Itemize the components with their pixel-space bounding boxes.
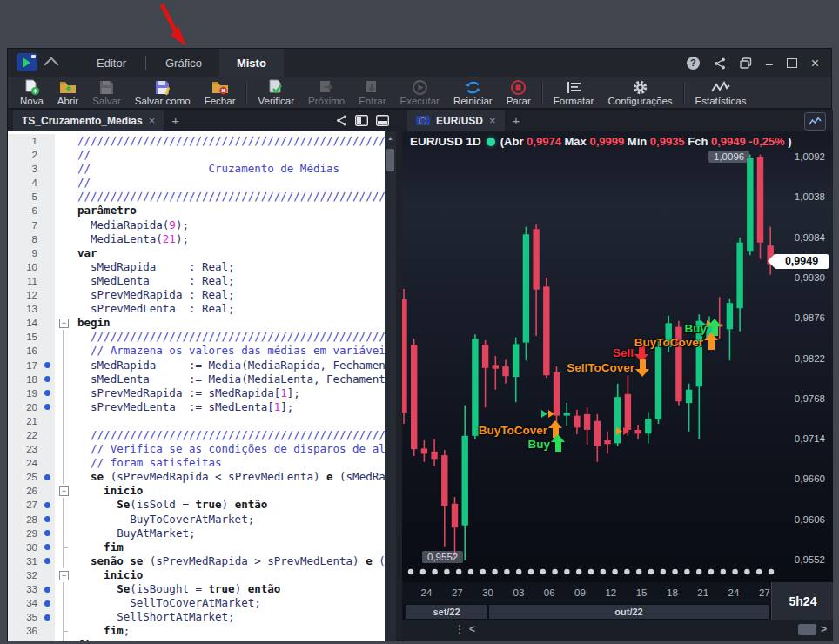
month-label[interactable]: out/22: [489, 605, 769, 619]
code-line[interactable]: 15 /////////////////////////////////////…: [8, 330, 385, 344]
stats-button[interactable]: Estatísticas: [688, 78, 754, 108]
breakpoint-gutter[interactable]: [41, 232, 55, 246]
breakpoint-gutter[interactable]: [41, 176, 55, 190]
code-line[interactable]: 31 senão se (sPrevMedRapida > sPrevMedLe…: [8, 554, 385, 568]
breakpoint-dot[interactable]: [41, 527, 55, 540]
breakpoint-gutter[interactable]: [41, 624, 55, 638]
open-folder-button[interactable]: Abrir: [50, 78, 85, 108]
code-line[interactable]: 5///////////////////////////////////////…: [8, 190, 385, 204]
code-line[interactable]: 2//: [8, 148, 385, 162]
chart-horizontal-scrollbar[interactable]: ⋮ < >: [402, 620, 833, 641]
code-line[interactable]: 1///////////////////////////////////////…: [8, 134, 385, 148]
code-line[interactable]: 18 sMedLenta := Media(MediaLenta, Fecham…: [8, 372, 385, 386]
code-line[interactable]: 22 /////////////////////////////////////…: [8, 428, 385, 442]
code-line[interactable]: 27 Se(isSold = true) então: [8, 498, 385, 512]
minimize-button[interactable]: –: [766, 57, 773, 70]
share-button[interactable]: [714, 57, 726, 70]
code-line[interactable]: 37fim: [8, 638, 385, 641]
settings-button[interactable]: Configurações: [601, 78, 679, 108]
fold-toggle-icon[interactable]: [55, 568, 72, 582]
code-line[interactable]: 10 sMedRapida : Real;: [8, 260, 385, 274]
breakpoint-gutter[interactable]: [41, 330, 55, 344]
code-line[interactable]: 25 se (sPrevMedRapida < sPrevMedLenta) e…: [8, 470, 385, 484]
stop-button[interactable]: Parar: [500, 78, 538, 108]
ribbon-tab-gráfico[interactable]: Gráfico: [148, 49, 219, 77]
breakpoint-gutter[interactable]: [41, 260, 55, 274]
breakpoint-gutter[interactable]: [41, 162, 55, 176]
scroll-up-icon[interactable]: ▲: [385, 131, 396, 141]
code-line[interactable]: 11 sMedLenta : Real;: [8, 274, 385, 288]
code-line[interactable]: 7 MediaRapida(9);: [8, 218, 385, 232]
breakpoint-gutter[interactable]: [41, 442, 55, 456]
split-horizontal-icon[interactable]: [376, 115, 389, 126]
ribbon-tab-misto[interactable]: Misto: [219, 49, 284, 77]
code-line[interactable]: 3// Cruzamento de Médias: [8, 162, 385, 176]
month-label[interactable]: set/22: [406, 605, 487, 619]
breakpoint-dot[interactable]: [41, 540, 55, 554]
breakpoint-dot[interactable]: [41, 596, 55, 610]
scroll-right-icon[interactable]: >: [821, 623, 827, 635]
close-tab-icon[interactable]: ×: [149, 114, 156, 127]
split-vertical-icon[interactable]: [355, 115, 368, 126]
time-axis[interactable]: 242730030609121518212427: [402, 582, 772, 604]
breakpoint-gutter[interactable]: [41, 274, 55, 288]
code-line[interactable]: 19 sPrevMedRapida := sMedRapida[1];: [8, 386, 385, 400]
close-folder-button[interactable]: Fechar: [198, 78, 243, 108]
help-button[interactable]: ?: [687, 57, 700, 70]
code-line[interactable]: 4//: [8, 176, 385, 190]
breakpoint-dot[interactable]: [41, 372, 55, 386]
ribbon-tab-editor[interactable]: Editor: [79, 49, 144, 77]
scrollbar-thumb[interactable]: [386, 149, 394, 171]
breakpoint-gutter[interactable]: [41, 134, 55, 148]
code-line[interactable]: 13 sPrevMedLenta : Real;: [8, 302, 385, 316]
breakpoint-dot[interactable]: [41, 554, 55, 568]
breakpoint-gutter[interactable]: [41, 288, 55, 302]
breakpoint-dot[interactable]: [41, 359, 55, 372]
fold-toggle-icon[interactable]: [55, 316, 72, 330]
breakpoint-dot[interactable]: [41, 386, 55, 400]
drag-handle-icon[interactable]: ⋮: [454, 623, 465, 635]
maximize-button[interactable]: [787, 58, 797, 68]
save-as-button[interactable]: Salvar como: [128, 78, 198, 108]
code-line[interactable]: 28 BuyToCoverAtMarket;: [8, 513, 385, 527]
breakpoint-gutter[interactable]: [41, 190, 55, 204]
editor-file-tab[interactable]: TS_Cruzamento_Medias ×: [13, 110, 164, 131]
scroll-left-icon[interactable]: <: [469, 623, 475, 635]
code-line[interactable]: 16 // Armazena os valores das médias em …: [8, 344, 385, 358]
format-button[interactable]: Formatar: [547, 78, 601, 108]
breakpoint-gutter[interactable]: [41, 302, 55, 316]
code-line[interactable]: 32 inicio: [8, 568, 385, 582]
breakpoint-gutter[interactable]: [41, 344, 55, 358]
code-line[interactable]: 12 sPrevMedRapida : Real;: [8, 288, 385, 302]
code-line[interactable]: 23 // Verifica se as condições de dispar…: [8, 442, 385, 456]
scrollbar-thumb[interactable]: [798, 624, 816, 635]
verify-button[interactable]: Verificar: [251, 78, 301, 108]
code-line[interactable]: 17 sMedRapida := Media(MediaRapida, Fech…: [8, 359, 385, 372]
code-line[interactable]: 26 inicio: [8, 484, 385, 498]
breakpoint-gutter[interactable]: [41, 428, 55, 442]
duplicate-window-button[interactable]: [740, 57, 752, 69]
breakpoint-dot[interactable]: [41, 400, 55, 414]
code-line[interactable]: 29 BuyAtMarket;: [8, 527, 385, 540]
breakpoint-gutter[interactable]: [41, 246, 55, 260]
new-tab-button[interactable]: +: [164, 110, 187, 131]
share-icon[interactable]: [336, 115, 347, 126]
breakpoint-dot[interactable]: [41, 470, 55, 484]
code-line[interactable]: 20 sPrevMedLenta := sMedLenta[1];: [8, 400, 385, 414]
code-line[interactable]: 34 SellToCoverAtMarket;: [8, 596, 385, 610]
close-button[interactable]: ×: [811, 57, 819, 70]
app-logo-icon[interactable]: [17, 53, 37, 71]
breakpoint-dot[interactable]: [41, 582, 55, 596]
breakpoint-gutter[interactable]: [41, 204, 55, 218]
breakpoint-gutter[interactable]: [41, 484, 55, 498]
code-line[interactable]: 8 MediaLenta(21);: [8, 232, 385, 246]
breakpoint-gutter[interactable]: [41, 218, 55, 232]
code-line[interactable]: 9var: [8, 246, 385, 260]
code-area[interactable]: 1///////////////////////////////////////…: [8, 131, 396, 641]
code-line[interactable]: 24 // foram satisfeitas: [8, 456, 385, 470]
code-line[interactable]: 14begin: [8, 316, 385, 330]
breakpoint-gutter[interactable]: [41, 148, 55, 162]
breakpoint-dot[interactable]: [41, 610, 55, 624]
new-file-button[interactable]: Nova: [13, 78, 50, 108]
code-line[interactable]: 35 SellShortAtMarket;: [8, 610, 385, 624]
